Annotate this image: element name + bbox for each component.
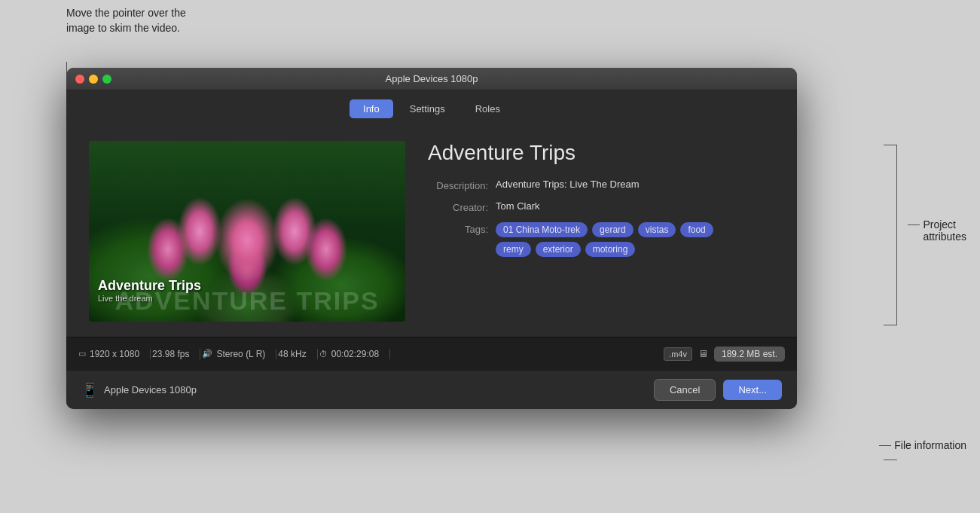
tags-label: Tags:	[428, 222, 496, 235]
tag-pill[interactable]: remy	[496, 242, 531, 257]
file-ext-badge: .m4v	[664, 347, 692, 361]
project-attributes-bracket	[884, 145, 897, 325]
description-label: Description:	[428, 179, 496, 191]
close-button[interactable]	[75, 75, 84, 84]
sample-rate-value: 48 kHz	[278, 349, 306, 359]
minimize-button[interactable]	[89, 75, 98, 84]
tags-row: Tags: 01 China Moto-trekgerardvistasfood…	[428, 222, 767, 257]
project-title: Adventure Trips	[428, 141, 767, 165]
file-size-badge: 189.2 MB est.	[714, 347, 785, 362]
display-icon: 🖥	[698, 348, 708, 359]
description-value: Adventure Trips: Live The Dream	[496, 179, 640, 190]
callout-line1: Move the pointer over the	[66, 7, 186, 19]
audio-item: 🔊 Stereo (L R)	[202, 349, 276, 359]
video-thumbnail[interactable]: ADVENTURE TRIPS Adventure Trips Live the…	[89, 141, 405, 322]
fps-value: 23.98 fps	[152, 349, 189, 359]
thumbnail-sub-text: Live the dream	[98, 294, 201, 303]
audio-value: Stereo (L R)	[216, 349, 265, 359]
status-bar: ▭ 1920 x 1080 23.98 fps 🔊 Stereo (L R) 4…	[66, 337, 797, 370]
tag-pill[interactable]: gerard	[592, 222, 633, 237]
cancel-button[interactable]: Cancel	[654, 379, 716, 401]
footer-device-label: Apple Devices 1080p	[104, 384, 197, 395]
fileinfo-bracket	[884, 460, 897, 460]
duration-value: 00:02:29:08	[331, 349, 379, 359]
tag-pill[interactable]: food	[680, 222, 713, 237]
tab-info[interactable]: Info	[350, 99, 393, 118]
info-panel: Adventure Trips Description: Adventure T…	[405, 133, 774, 322]
footer-bar: 📱 Apple Devices 1080p Cancel Next...	[66, 370, 797, 409]
tags-container: 01 China Moto-trekgerardvistasfoodremyex…	[496, 222, 752, 257]
project-attributes-callout: Projectattributes	[923, 218, 966, 243]
fileinfo-callout: File information	[894, 439, 966, 451]
creator-label: Creator:	[428, 200, 496, 213]
callout-top-annotation: Move the pointer over the image to skim …	[66, 6, 186, 35]
resolution-item: ▭ 1920 x 1080	[78, 349, 151, 359]
tag-pill[interactable]: exterior	[536, 242, 581, 257]
title-bar: Apple Devices 1080p	[66, 68, 797, 90]
tab-settings[interactable]: Settings	[396, 99, 459, 118]
traffic-lights	[75, 75, 111, 84]
creator-row: Creator: Tom Clark	[428, 200, 767, 213]
sample-rate-item: 48 kHz	[278, 349, 317, 359]
duration-item: ⏱ 00:02:29:08	[319, 349, 390, 359]
export-dialog: Apple Devices 1080p Info Settings Roles …	[66, 68, 797, 409]
dialog-title: Apple Devices 1080p	[386, 73, 478, 84]
thumbnail-main-text: Adventure Trips	[98, 278, 201, 294]
tag-pill[interactable]: vistas	[638, 222, 676, 237]
callout-line2: image to skim the video.	[66, 22, 180, 34]
device-icon: 📱	[81, 382, 98, 398]
content-area: ADVENTURE TRIPS Adventure Trips Live the…	[66, 126, 797, 337]
description-row: Description: Adventure Trips: Live The D…	[428, 179, 767, 191]
audio-icon: 🔊	[202, 349, 212, 359]
clock-icon: ⏱	[319, 350, 328, 359]
resolution-icon: ▭	[78, 349, 86, 359]
tag-pill[interactable]: 01 China Moto-trek	[496, 222, 588, 237]
tab-roles[interactable]: Roles	[462, 99, 514, 118]
resolution-value: 1920 x 1080	[90, 349, 139, 359]
creator-value: Tom Clark	[496, 200, 540, 212]
maximize-button[interactable]	[102, 75, 111, 84]
fps-item: 23.98 fps	[152, 349, 200, 359]
thumbnail-overlay: Adventure Trips Live the dream	[98, 278, 201, 303]
footer-device-info: 📱 Apple Devices 1080p	[81, 382, 197, 398]
tabs-row: Info Settings Roles	[66, 90, 797, 126]
next-button[interactable]: Next...	[723, 380, 782, 400]
tag-pill[interactable]: motoring	[585, 242, 636, 257]
